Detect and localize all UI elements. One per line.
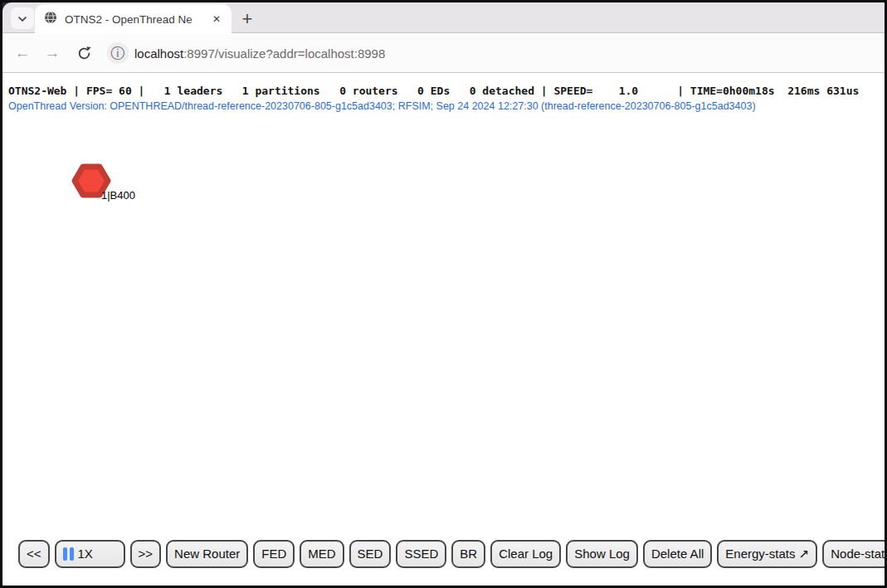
navigation-toolbar: ← → ⓘ localhost:8997/visualize?addr=loca… (2, 33, 885, 73)
speed-label: 1X (78, 542, 93, 566)
med-button[interactable]: MED (300, 540, 344, 568)
delete-all-button[interactable]: Delete All (643, 540, 712, 568)
ssed-button[interactable]: SSED (396, 540, 446, 568)
new-tab-button[interactable]: + (235, 7, 260, 32)
forward-icon[interactable]: → (42, 33, 62, 73)
browser-window: OTNS2 - OpenThread Ne ✕ + ← → ⓘ localhos… (0, 0, 887, 588)
globe-favicon-icon (44, 11, 57, 27)
url-host: localhost (134, 46, 183, 61)
clear-log-button[interactable]: Clear Log (490, 540, 561, 568)
window-border-top (0, 0, 887, 2)
sed-button[interactable]: SED (349, 540, 392, 568)
fed-button[interactable]: FED (253, 540, 295, 568)
tab-close-icon[interactable]: ✕ (209, 12, 224, 27)
node-stats-button[interactable]: Node-stats ↗ (822, 540, 887, 568)
simulation-status-line: OTNS2-Web | FPS= 60 | 1 leaders 1 partit… (8, 85, 859, 97)
openthread-version-line: OpenThread Version: OPENTHREAD/thread-re… (8, 100, 756, 112)
tab-title-fade (188, 12, 209, 27)
energy-stats-button[interactable]: Energy-stats ↗ (717, 540, 817, 568)
pause-icon (63, 547, 74, 561)
tab-title-wrap: OTNS2 - OpenThread Ne (65, 12, 209, 27)
otns-visualizer-page: OTNS2-Web | FPS= 60 | 1 leaders 1 partit… (2, 73, 885, 586)
speed-up-button[interactable]: >> (130, 540, 162, 568)
tab-title: OTNS2 - OpenThread Ne (65, 13, 193, 26)
site-info-icon[interactable]: ⓘ (107, 42, 129, 64)
br-button[interactable]: BR (451, 540, 485, 568)
node-label: 1|B400 (101, 189, 135, 202)
simulation-toolbar: << 1X >> New Router FED MED SED SSED BR … (18, 540, 887, 568)
url-path: :8997/visualize?addr=localhost:8998 (183, 46, 385, 61)
reload-icon[interactable] (74, 33, 94, 73)
back-icon[interactable]: ← (12, 33, 32, 73)
address-bar[interactable]: localhost:8997/visualize?addr=localhost:… (134, 33, 385, 73)
show-log-button[interactable]: Show Log (566, 540, 638, 568)
tab-search-button[interactable] (11, 7, 34, 29)
speed-down-button[interactable]: << (18, 540, 50, 568)
browser-tab[interactable]: OTNS2 - OpenThread Ne ✕ (35, 4, 231, 34)
pause-speed-button[interactable]: 1X (55, 540, 125, 568)
chevron-down-icon (17, 11, 27, 26)
new-router-button[interactable]: New Router (166, 540, 248, 568)
window-border-left (0, 0, 2, 588)
